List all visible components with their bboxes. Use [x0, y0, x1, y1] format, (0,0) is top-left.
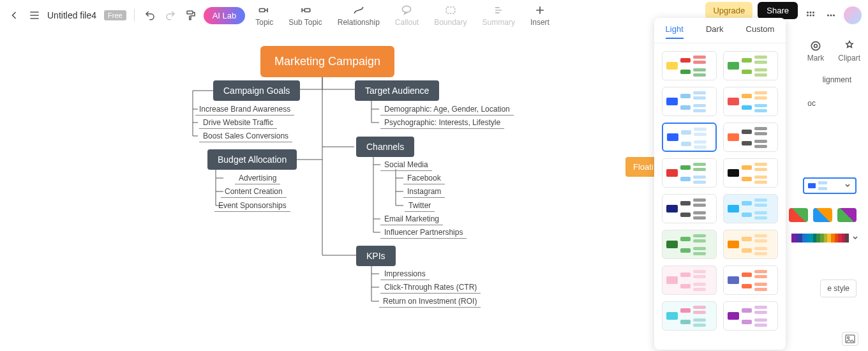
svg-rect-59	[808, 183, 816, 188]
color-scheme-select[interactable]	[803, 177, 857, 194]
undo-icon[interactable]	[142, 8, 158, 23]
theme-thumbnail[interactable]	[662, 265, 717, 295]
boundary-label: Boundary	[434, 18, 467, 27]
chevron-down-icon[interactable]	[851, 234, 859, 242]
theme-thumbnail[interactable]	[723, 230, 778, 259]
theme-thumbnail[interactable]	[662, 51, 717, 80]
leaf[interactable]: Demographic: Age, Gender, Location	[380, 103, 514, 116]
leaf[interactable]: Content Creation	[221, 186, 287, 198]
callout-label: Callout	[395, 18, 419, 27]
svg-point-10	[812, 15, 814, 17]
leaf[interactable]: Increase Brand Awareness	[195, 103, 294, 116]
theme-thumbnail[interactable]	[662, 158, 717, 188]
leaf[interactable]: Click-Through Rates (CTR)	[380, 281, 481, 294]
svg-rect-1	[260, 9, 265, 12]
mark-label: Mark	[807, 54, 825, 63]
leaf[interactable]: Event Sponsorships	[214, 200, 290, 212]
clipart-button[interactable]: Clipart	[838, 40, 860, 63]
leaf[interactable]: Email Marketing	[380, 213, 443, 225]
theme-thumbnail[interactable]	[662, 230, 717, 259]
branch-channels[interactable]: Channels	[356, 137, 414, 157]
relationship-tool[interactable]: Relationship	[333, 4, 385, 27]
summary-label: Summary	[483, 18, 515, 27]
leaf[interactable]: Twitter	[405, 200, 435, 212]
color-swatch[interactable]	[813, 208, 832, 222]
leaf[interactable]: Return on Investment (ROI)	[379, 295, 481, 308]
svg-point-7	[812, 11, 814, 13]
avatar[interactable]	[844, 6, 862, 24]
theme-thumbnail[interactable]	[662, 123, 717, 152]
apps-icon[interactable]	[803, 8, 818, 23]
leaf[interactable]: Impressions	[380, 268, 430, 280]
leaf[interactable]: Boost Sales Conversions	[199, 130, 292, 142]
theme-thumbnail[interactable]	[723, 158, 778, 188]
svg-point-5	[807, 11, 809, 13]
branch-campaign-goals[interactable]: Campaign Goals	[213, 80, 300, 101]
theme-thumbnail[interactable]	[723, 123, 778, 152]
color-chip[interactable]	[845, 234, 849, 243]
root-node[interactable]: Marketing Campaign	[260, 46, 394, 77]
more-style-button[interactable]: e style	[820, 280, 857, 297]
color-swatch[interactable]	[837, 208, 857, 222]
theme-thumbnail[interactable]	[723, 265, 778, 295]
leaf[interactable]: Advertising	[235, 172, 280, 184]
share-button[interactable]: Share	[758, 2, 798, 19]
topic-tool[interactable]: Topic	[250, 4, 278, 27]
free-badge: Free	[104, 10, 126, 20]
oc-fragment: oc	[807, 99, 816, 108]
theme-thumbnail[interactable]	[723, 301, 778, 331]
leaf[interactable]: Social Media	[380, 159, 432, 171]
divider	[134, 9, 135, 22]
upgrade-button[interactable]: Upgrade	[705, 2, 752, 19]
summary-tool: Summary	[477, 4, 520, 27]
svg-point-11	[827, 15, 829, 17]
branch-kpis[interactable]: KPIs	[356, 246, 396, 266]
color-strip[interactable]	[791, 234, 849, 243]
right-icons: Mark Clipart	[807, 40, 860, 63]
svg-point-12	[830, 15, 832, 17]
insert-label: Insert	[530, 18, 550, 27]
mark-button[interactable]: Mark	[807, 40, 825, 63]
file-name[interactable]: Untitled file4	[47, 10, 96, 20]
clipart-label: Clipart	[838, 54, 860, 63]
ai-lab-button[interactable]: AI Lab	[204, 7, 246, 24]
theme-thumbnail[interactable]	[662, 194, 717, 223]
color-swatch[interactable]	[789, 208, 808, 222]
svg-point-57	[811, 41, 819, 50]
chevron-down-icon	[844, 182, 851, 190]
back-icon[interactable]	[6, 8, 22, 23]
color-grid	[789, 208, 857, 222]
theme-thumbnail[interactable]	[723, 51, 778, 80]
svg-rect-60	[818, 181, 827, 184]
svg-rect-61	[818, 187, 827, 190]
tab-dark[interactable]: Dark	[706, 24, 723, 39]
relationship-label: Relationship	[338, 18, 380, 27]
theme-panel: Light Dark Custom	[654, 18, 786, 350]
leaf[interactable]: Facebook	[403, 172, 445, 184]
leaf[interactable]: Instagram	[403, 186, 445, 198]
theme-thumbnail[interactable]	[662, 87, 717, 116]
branch-budget[interactable]: Budget Allocation	[207, 149, 297, 170]
image-button[interactable]	[842, 332, 858, 346]
theme-thumbnail[interactable]	[723, 87, 778, 116]
alignment-fragment: lignment	[823, 75, 851, 84]
leaf[interactable]: Influencer Partnerships	[380, 227, 467, 239]
theme-grid	[654, 43, 786, 338]
subtopic-tool[interactable]: Sub Topic	[283, 4, 327, 27]
svg-point-9	[810, 15, 812, 17]
theme-thumbnail[interactable]	[723, 194, 778, 223]
redo-icon[interactable]	[163, 8, 178, 23]
theme-thumbnail[interactable]	[662, 301, 717, 331]
tab-custom[interactable]: Custom	[746, 24, 775, 39]
svg-point-6	[810, 11, 812, 13]
branch-target-audience[interactable]: Target Audience	[355, 80, 439, 101]
leaf[interactable]: Psychographic: Interests, Lifestyle	[380, 117, 504, 129]
leaf[interactable]: Drive Website Traffic	[199, 117, 277, 129]
more-icon[interactable]	[823, 8, 839, 23]
tab-light[interactable]: Light	[666, 24, 684, 39]
format-painter-icon[interactable]	[183, 8, 198, 23]
svg-point-3	[403, 6, 411, 12]
svg-point-8	[807, 15, 809, 17]
insert-tool[interactable]: Insert	[525, 4, 555, 27]
menu-icon[interactable]	[27, 8, 42, 23]
